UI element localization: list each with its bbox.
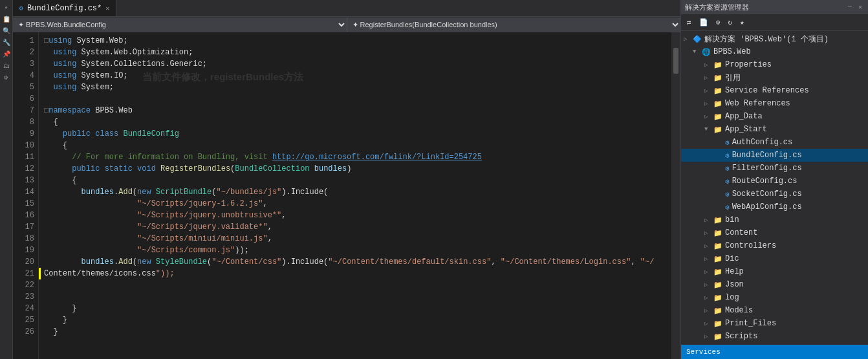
bin-label: bin: [725, 215, 739, 224]
tree-appstart[interactable]: ▼ 📁 App_Start: [681, 123, 868, 136]
sidebar-icon-2[interactable]: 📋: [1, 14, 12, 25]
log-icon: 📁: [713, 294, 722, 302]
se-tool-star[interactable]: ★: [737, 16, 748, 28]
tree-service-references[interactable]: ▷ 📁 Service References: [681, 84, 868, 97]
tree-webapiconfig[interactable]: ⚙ WebApiConfig.cs: [681, 201, 868, 213]
content-icon: 📁: [713, 229, 722, 237]
tree-controllers[interactable]: ▷ 📁 Controllers: [681, 239, 868, 252]
sidebar-icon-3[interactable]: 🔍: [1, 26, 12, 36]
filterconfig-icon: ⚙: [725, 164, 730, 173]
se-tool-new[interactable]: 📄: [696, 16, 711, 28]
sidebar-icon-5[interactable]: 📌: [1, 49, 12, 60]
scroll-indicator: [671, 32, 680, 359]
tree-authconfig[interactable]: ⚙ AuthConfig.cs: [681, 136, 868, 149]
models-arrow: ▷: [704, 307, 713, 314]
appdata-label: App_Data: [725, 112, 763, 121]
se-close-button[interactable]: ✕: [856, 3, 864, 12]
routeconfig-icon: ⚙: [725, 177, 730, 186]
tab-file-icon: ⚙: [19, 5, 23, 12]
solution-arrow: ▷: [684, 36, 693, 43]
print-files-icon: 📁: [713, 320, 722, 328]
tab-bar: ⚙ BundleConfig.cs* ✕: [13, 0, 680, 17]
tab-label: BundleConfig.cs*: [27, 4, 102, 13]
se-tool-sync[interactable]: ⇄: [684, 16, 695, 28]
dic-arrow: ▷: [704, 256, 713, 263]
tree-properties[interactable]: ▷ 📁 Properties: [681, 58, 868, 71]
filterconfig-label: FilterConfig.cs: [732, 164, 802, 173]
help-icon: 📁: [713, 268, 722, 276]
tree-project[interactable]: ▼ 🌐 BPBS.Web: [681, 45, 868, 58]
tree-log[interactable]: ▷ 📁 log: [681, 291, 868, 304]
sidebar-icon-4[interactable]: 🔧: [1, 38, 12, 48]
se-tool-refresh[interactable]: ↻: [724, 16, 735, 28]
appdata-icon: 📁: [713, 113, 722, 121]
method-dropdown[interactable]: ✦ RegisterBundles(BundleCollection bundl…: [347, 17, 681, 32]
tree-solution[interactable]: ▷ 🔷 解决方案 'BPBS.Web'(1 个项目): [681, 32, 868, 45]
dic-label: Dic: [725, 254, 739, 263]
tree-socketconfig[interactable]: ⚙ SocketConfig.cs: [681, 188, 868, 201]
tree-content[interactable]: ▷ 📁 Content: [681, 226, 868, 239]
appstart-arrow: ▼: [704, 126, 713, 133]
tree-web-references[interactable]: ▷ 📁 Web References: [681, 97, 868, 110]
socketconfig-label: SocketConfig.cs: [732, 190, 802, 199]
code-wrapper: 1234567891011121314151617181920212223242…: [13, 32, 680, 359]
content-label: Content: [725, 228, 757, 237]
properties-icon: 📁: [713, 61, 722, 69]
project-icon: 🌐: [702, 48, 711, 56]
tree-bin[interactable]: ▷ 📁 bin: [681, 213, 868, 226]
controllers-label: Controllers: [725, 241, 776, 250]
line-numbers: 1234567891011121314151617181920212223242…: [13, 32, 39, 359]
change-indicator: [39, 268, 41, 279]
se-status-bar: Services: [681, 345, 868, 359]
se-pin-button[interactable]: ─: [846, 3, 854, 12]
scripts-icon: 📁: [713, 332, 722, 341]
controllers-arrow: ▷: [704, 243, 713, 250]
sidebar-icon-1[interactable]: ⚡: [3, 3, 9, 13]
solution-explorer: 解决方案资源管理器 ─ ✕ ⇄ 📄 ⚙ ↻ ★ ▷ 🔷 解决方案 'BPBS.W…: [680, 0, 868, 359]
bundleconfig-icon: ⚙: [725, 151, 730, 160]
tree-help[interactable]: ▷ 📁 Help: [681, 265, 868, 278]
se-tool-props[interactable]: ⚙: [713, 16, 724, 28]
references-arrow: ▷: [704, 74, 713, 82]
web-refs-icon: 📁: [713, 100, 722, 108]
web-refs-arrow: ▷: [704, 100, 713, 107]
models-label: Models: [725, 306, 753, 315]
tree-appdata[interactable]: ▷ 📁 App_Data: [681, 110, 868, 123]
json-label: Json: [725, 280, 744, 289]
class-dropdown[interactable]: ✦ BPBS.Web.BundleConfig: [13, 17, 347, 32]
scripts-label: Scripts: [725, 332, 757, 341]
se-tree[interactable]: ▷ 🔷 解决方案 'BPBS.Web'(1 个项目) ▼ 🌐 BPBS.Web …: [681, 31, 868, 345]
tab-bundleconfig[interactable]: ⚙ BundleConfig.cs* ✕: [13, 0, 116, 16]
tree-dic[interactable]: ▷ 📁 Dic: [681, 252, 868, 265]
log-arrow: ▷: [704, 294, 713, 301]
tree-bundleconfig[interactable]: ⚙ BundleConfig.cs: [681, 149, 868, 162]
code-editor[interactable]: □using System.Web; using System.Web.Opti…: [39, 32, 671, 359]
tab-close-button[interactable]: ✕: [105, 5, 109, 12]
left-sidebar: ⚡ 📋 🔍 🔧 📌 🗂 ⚙: [0, 0, 13, 359]
project-label: BPBS.Web: [713, 47, 751, 56]
tree-filterconfig[interactable]: ⚙ FilterConfig.cs: [681, 162, 868, 175]
tree-scripts[interactable]: ▷ 📁 Scripts: [681, 330, 868, 343]
se-status-text: Services: [686, 348, 721, 356]
web-refs-label: Web References: [725, 99, 790, 108]
se-title-bar: 解决方案资源管理器 ─ ✕: [681, 0, 868, 14]
project-arrow: ▼: [693, 49, 702, 55]
references-icon: 📁: [713, 74, 722, 82]
scripts-arrow: ▷: [704, 333, 713, 340]
tree-references[interactable]: ▷ 📁 引用: [681, 71, 868, 84]
tree-print-files[interactable]: ▷ 📁 Print_Files: [681, 317, 868, 330]
appstart-label: App_Start: [725, 125, 767, 134]
editor-area: ⚙ BundleConfig.cs* ✕ ✦ BPBS.Web.BundleCo…: [13, 0, 680, 359]
tree-json[interactable]: ▷ 📁 Json: [681, 278, 868, 291]
tree-models[interactable]: ▷ 📁 Models: [681, 304, 868, 317]
print-files-arrow: ▷: [704, 320, 713, 327]
sidebar-icon-6[interactable]: 🗂: [2, 61, 11, 71]
content-arrow: ▷: [704, 230, 713, 237]
dropdown-bar: ✦ BPBS.Web.BundleConfig ✦ RegisterBundle…: [13, 17, 680, 32]
tree-routeconfig[interactable]: ⚙ RouteConfig.cs: [681, 175, 868, 188]
service-refs-label: Service References: [725, 86, 809, 95]
authconfig-label: AuthConfig.cs: [732, 138, 793, 147]
scroll-thumb[interactable]: [673, 48, 678, 74]
sidebar-icon-7[interactable]: ⚙: [3, 72, 9, 83]
properties-arrow: ▷: [704, 61, 713, 69]
